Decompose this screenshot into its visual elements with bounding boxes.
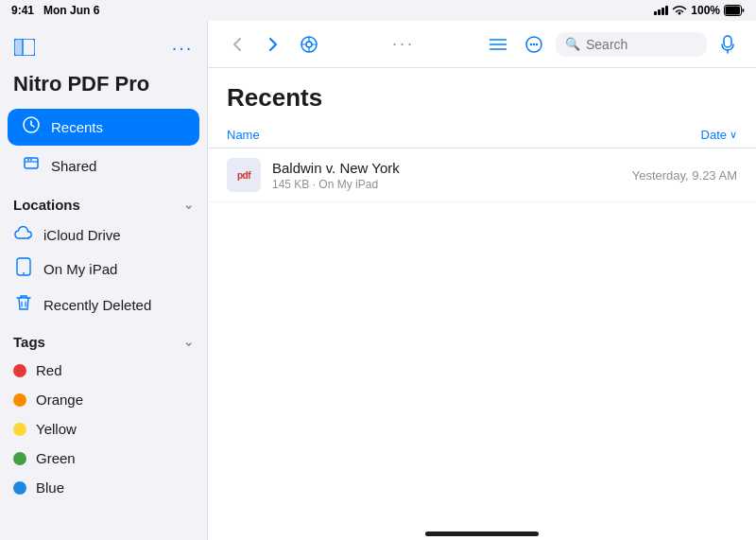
orange-dot [13,393,26,407]
status-bar-right: 100% [654,4,745,17]
home-bar [425,531,539,536]
svg-rect-1 [726,7,741,15]
sidebar-item-recently-deleted[interactable]: Recently Deleted [0,287,207,322]
locations-chevron-icon[interactable]: ⌄ [183,198,194,212]
forward-button[interactable] [259,30,287,59]
signal-icon [654,6,668,15]
file-icon: pdf [227,158,261,192]
ipad-icon [13,257,34,281]
browse-button[interactable] [295,30,323,59]
svg-point-17 [530,43,532,44]
tag-orange-label: Orange [36,392,83,408]
trash-icon [13,294,34,316]
search-icon: 🔍 [565,37,580,51]
tag-blue[interactable]: Blue [0,473,207,502]
svg-point-19 [536,43,538,44]
icloud-icon [13,225,34,244]
file-date: Yesterday, 9.23 AM [632,168,737,183]
tag-blue-label: Blue [36,479,64,496]
content-main: Recents Name Date ∨ pdf Baldwin v. New Y… [208,68,756,524]
locations-label: Locations [13,197,80,213]
icloud-label: iCloud Drive [43,227,121,243]
search-bar[interactable]: 🔍 [556,32,707,57]
svg-rect-2 [14,39,23,56]
file-list-header-name[interactable]: Name [227,128,260,142]
red-dot [13,364,26,377]
blue-dot [13,481,26,495]
search-input[interactable] [586,37,697,52]
file-info: Baldwin v. New York 145 KB · On My iPad [272,160,632,191]
list-view-button[interactable] [484,30,512,59]
toolbar-more-button[interactable] [520,30,548,59]
app-title: Nitro PDF Pro [0,68,207,108]
tag-green[interactable]: Green [0,444,207,473]
tag-red-label: Red [36,362,62,378]
wifi-icon [672,5,687,16]
svg-point-10 [23,272,25,274]
tag-orange[interactable]: Orange [0,385,207,414]
clock-icon [21,116,42,138]
recently-deleted-label: Recently Deleted [43,297,151,313]
sidebar-more-button[interactable]: ··· [169,34,196,61]
sidebar: ··· Nitro PDF Pro Recents [0,21,208,540]
page-title: Recents [208,68,756,122]
yellow-dot [13,423,26,436]
sort-chevron-icon: ∨ [730,129,737,141]
date: Mon Jun 6 [43,4,99,17]
toolbar-dots: ··· [331,34,476,54]
file-name: Baldwin v. New York [272,160,632,176]
file-meta: 145 KB · On My iPad [272,178,632,191]
svg-point-12 [306,42,312,47]
file-list-header-date[interactable]: Date ∨ [701,128,737,142]
green-dot [13,452,26,465]
tags-label: Tags [13,334,45,350]
svg-point-7 [27,159,29,161]
tag-red[interactable]: Red [0,356,207,385]
svg-point-8 [30,159,32,161]
sidebar-item-icloud[interactable]: iCloud Drive [0,218,207,251]
sidebar-header: ··· [0,28,207,68]
home-indicator [208,524,756,540]
sidebar-item-shared-label: Shared [51,158,96,174]
sidebar-item-recents[interactable]: Recents [8,109,199,146]
locations-section-header: Locations ⌄ [0,185,207,218]
svg-point-18 [533,43,535,44]
sidebar-item-recents-label: Recents [51,119,103,135]
time: 9:41 [11,4,34,17]
content-toolbar: ··· [208,21,756,68]
battery: 100% [691,4,720,17]
tags-section-header: Tags ⌄ [0,322,207,356]
tag-green-label: Green [36,450,76,466]
status-bar-left: 9:41 Mon Jun 6 [11,4,99,17]
file-row[interactable]: pdf Baldwin v. New York 145 KB · On My i… [208,148,756,202]
file-list-header: Name Date ∨ [208,122,756,148]
microphone-button[interactable] [714,31,741,58]
sidebar-item-ipad[interactable]: On My iPad [0,251,207,287]
shared-icon [21,155,42,177]
tag-yellow[interactable]: Yellow [0,414,207,444]
content-area: ··· [208,21,756,540]
back-button[interactable] [223,30,251,59]
sidebar-item-shared[interactable]: Shared [8,148,199,184]
status-bar: 9:41 Mon Jun 6 100% [0,0,756,21]
battery-icon [724,5,745,16]
tags-chevron-icon[interactable]: ⌄ [183,335,194,349]
svg-rect-20 [724,36,731,47]
tag-yellow-label: Yellow [36,421,77,437]
sidebar-toggle-button[interactable] [11,34,38,61]
main-layout: ··· Nitro PDF Pro Recents [0,21,756,540]
ipad-label: On My iPad [43,261,117,277]
toolbar-right: 🔍 [484,30,741,59]
